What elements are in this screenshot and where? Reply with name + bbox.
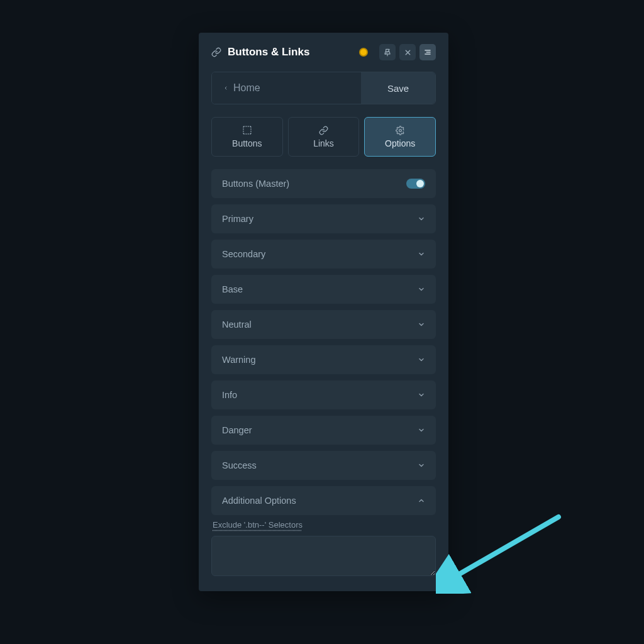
tab-row: Buttons Links Options	[211, 117, 436, 157]
master-toggle[interactable]	[406, 179, 425, 189]
option-label: Buttons (Master)	[222, 179, 289, 189]
option-list: Buttons (Master) Primary Secondary Base …	[211, 169, 436, 515]
option-label: Info	[222, 390, 237, 400]
option-secondary[interactable]: Secondary	[211, 240, 436, 269]
chevron-down-icon	[418, 462, 425, 469]
nav-row: Home Save	[211, 72, 436, 104]
header-actions	[379, 44, 436, 60]
tab-label: Buttons	[232, 138, 262, 148]
panel-title: Buttons & Links	[228, 46, 353, 58]
chevron-down-icon	[418, 321, 425, 328]
chevron-down-icon	[418, 356, 425, 364]
chain-icon	[319, 126, 328, 135]
option-info[interactable]: Info	[211, 380, 436, 409]
panel-body: Home Save Buttons Links	[199, 72, 448, 591]
tab-links[interactable]: Links	[288, 117, 360, 157]
option-success[interactable]: Success	[211, 451, 436, 480]
exclude-selectors-label: Exclude '.btn--' Selectors	[211, 520, 436, 530]
settings-panel: Buttons & Links Home Save	[199, 33, 448, 591]
chevron-down-icon	[418, 391, 425, 399]
option-base[interactable]: Base	[211, 275, 436, 304]
annotation-arrow	[436, 512, 568, 594]
option-label: Primary	[222, 214, 253, 224]
tab-label: Options	[385, 138, 415, 148]
tab-buttons[interactable]: Buttons	[211, 117, 283, 157]
option-label: Danger	[222, 425, 252, 435]
chevron-down-icon	[418, 250, 425, 258]
status-indicator	[359, 48, 368, 57]
home-label: Home	[233, 82, 260, 94]
option-label: Warning	[222, 355, 255, 365]
link-icon	[211, 47, 221, 57]
svg-point-15	[399, 129, 401, 131]
home-button[interactable]: Home	[212, 72, 361, 104]
option-label: Neutral	[222, 319, 252, 330]
option-danger[interactable]: Danger	[211, 416, 436, 445]
tab-options[interactable]: Options	[364, 117, 436, 157]
chevron-left-icon	[223, 84, 228, 92]
svg-line-17	[447, 517, 558, 581]
chevron-down-icon	[418, 426, 425, 434]
save-button[interactable]: Save	[361, 72, 435, 104]
option-label: Base	[222, 284, 243, 294]
save-label: Save	[387, 83, 409, 94]
option-label: Success	[222, 460, 257, 470]
close-button[interactable]	[399, 44, 416, 60]
option-label: Secondary	[222, 249, 265, 259]
chevron-down-icon	[418, 286, 425, 293]
option-master[interactable]: Buttons (Master)	[211, 169, 436, 198]
option-primary[interactable]: Primary	[211, 204, 436, 233]
exclude-selectors-input[interactable]	[211, 536, 436, 576]
chevron-down-icon	[418, 215, 425, 223]
option-warning[interactable]: Warning	[211, 345, 436, 374]
tab-label: Links	[313, 138, 334, 148]
panel-header: Buttons & Links	[199, 33, 448, 72]
option-neutral[interactable]: Neutral	[211, 310, 436, 339]
chevron-up-icon	[418, 497, 425, 504]
option-label: Additional Options	[222, 496, 296, 506]
gear-icon	[396, 126, 405, 135]
selection-icon	[242, 125, 252, 135]
option-additional[interactable]: Additional Options	[211, 486, 436, 515]
menu-button[interactable]	[419, 44, 436, 60]
pin-button[interactable]	[379, 44, 396, 60]
